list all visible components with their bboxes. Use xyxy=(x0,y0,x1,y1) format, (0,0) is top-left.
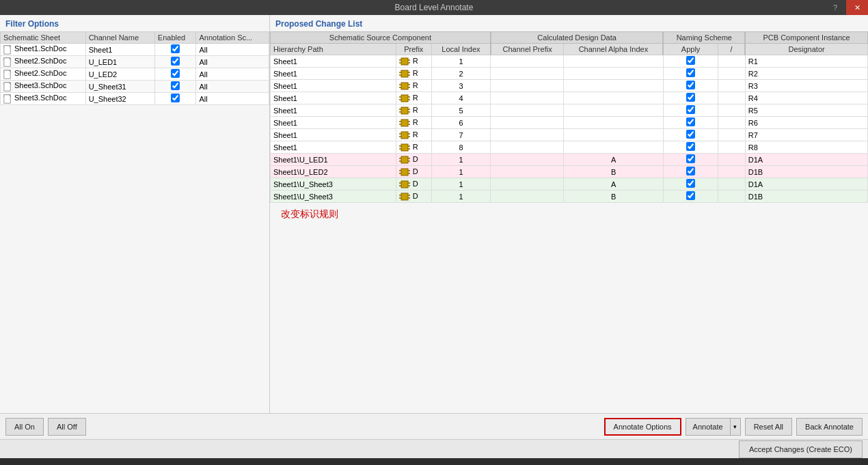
close-button[interactable]: ✕ xyxy=(846,0,868,15)
help-button[interactable]: ? xyxy=(824,0,846,15)
proposed-table-row: Sheet1 R 1 R1 xyxy=(271,55,868,68)
filter-table-row: Sheet2.SchDoc U_LED1 All xyxy=(1,56,269,68)
proposed-apply[interactable] xyxy=(663,92,718,104)
th-schematic-source: Schematic Source Component xyxy=(271,32,491,44)
filter-enabled[interactable] xyxy=(154,56,196,68)
title-bar-controls: ? ✕ xyxy=(824,0,868,15)
proposed-table-row: Sheet1 R 2 R2 xyxy=(271,68,868,80)
proposed-hierarchy: Sheet1\U_LED2 xyxy=(271,166,396,178)
proposed-hierarchy: Sheet1 xyxy=(271,80,396,92)
th-local-index: Local Index xyxy=(432,44,491,55)
svg-rect-15 xyxy=(401,58,408,65)
proposed-hierarchy: Sheet1\U_LED1 xyxy=(271,154,396,166)
proposed-table-row: Sheet1\U_Sheet3 D 1 B D1B xyxy=(271,191,868,203)
proposed-slash xyxy=(718,154,745,166)
proposed-channel-alpha xyxy=(564,92,664,104)
proposed-table-row: Sheet1\U_LED1 D 1 A D1A xyxy=(271,154,868,166)
proposed-channel-alpha: B xyxy=(564,166,664,178)
proposed-prefix: D xyxy=(396,191,431,203)
svg-rect-65 xyxy=(401,181,408,188)
filter-enabled[interactable] xyxy=(154,68,196,81)
proposed-table-row: Sheet1\U_Sheet3 D 1 A D1A xyxy=(271,178,868,191)
proposed-channel-prefix xyxy=(491,55,564,68)
proposed-table-row: Sheet1 R 4 R4 xyxy=(271,92,868,104)
proposed-slash xyxy=(718,104,745,117)
proposed-apply[interactable] xyxy=(663,80,718,92)
svg-marker-5 xyxy=(4,58,10,66)
accept-changes-button[interactable]: Accept Changes (Create ECO) xyxy=(739,440,863,458)
annotate-split-button: Annotate ▾ xyxy=(686,418,741,436)
proposed-apply[interactable] xyxy=(663,178,718,191)
annotate-options-button[interactable]: Annotate Options xyxy=(604,418,681,436)
proposed-table-container[interactable]: Schematic Source Component Calculated De… xyxy=(270,31,868,413)
proposed-local-index: 1 xyxy=(432,178,491,191)
proposed-slash xyxy=(718,80,745,92)
proposed-channel-alpha xyxy=(564,117,664,129)
filter-enabled[interactable] xyxy=(154,93,196,105)
change-notation: 改变标识规则 xyxy=(270,203,868,226)
right-panel: Proposed Change List Schematic Source Co… xyxy=(270,15,868,413)
annotate-dropdown-arrow[interactable]: ▾ xyxy=(730,418,741,436)
proposed-prefix: R xyxy=(396,55,431,68)
proposed-designator: R8 xyxy=(745,141,867,154)
proposed-prefix: D xyxy=(396,178,431,191)
proposed-local-index: 6 xyxy=(432,117,491,129)
proposed-hierarchy: Sheet1 xyxy=(271,92,396,104)
filter-annotation: All xyxy=(196,93,269,105)
proposed-slash xyxy=(718,178,745,191)
th-designator: Designator xyxy=(745,44,867,55)
th-slash: / xyxy=(718,44,745,55)
proposed-hierarchy: Sheet1 xyxy=(271,129,396,141)
th-channel-alpha-index: Channel Alpha Index xyxy=(564,44,664,55)
proposed-designator: R3 xyxy=(745,80,867,92)
proposed-apply[interactable] xyxy=(663,55,718,68)
proposed-prefix: R xyxy=(396,92,431,104)
proposed-apply[interactable] xyxy=(663,68,718,80)
filter-enabled[interactable] xyxy=(154,81,196,93)
proposed-apply[interactable] xyxy=(663,129,718,141)
proposed-apply[interactable] xyxy=(663,117,718,129)
proposed-slash xyxy=(718,166,745,178)
proposed-prefix: D xyxy=(396,154,431,166)
main-content: Filter Options Schematic Sheet Channel N… xyxy=(0,15,868,439)
proposed-apply[interactable] xyxy=(663,191,718,203)
filter-sheet: Sheet2.SchDoc xyxy=(1,56,86,68)
proposed-designator: R7 xyxy=(745,129,867,141)
proposed-table-row: Sheet1 R 3 R3 xyxy=(271,80,868,92)
filter-options-title: Filter Options xyxy=(0,15,269,31)
proposed-apply[interactable] xyxy=(663,104,718,117)
annotate-button[interactable]: Annotate xyxy=(686,418,730,436)
proposed-hierarchy: Sheet1 xyxy=(271,104,396,117)
filter-sheet: Sheet2.SchDoc xyxy=(1,68,86,81)
proposed-local-index: 1 xyxy=(432,166,491,178)
col-enabled: Enabled xyxy=(154,32,196,44)
proposed-channel-alpha xyxy=(564,80,664,92)
proposed-channel-alpha xyxy=(564,68,664,80)
proposed-prefix: R xyxy=(396,104,431,117)
back-annotate-button[interactable]: Back Annotate xyxy=(796,418,863,436)
proposed-local-index: 3 xyxy=(432,80,491,92)
col-schematic-sheet: Schematic Sheet xyxy=(1,32,86,44)
proposed-prefix: R xyxy=(396,80,431,92)
proposed-apply[interactable] xyxy=(663,154,718,166)
filter-channel: U_Sheet32 xyxy=(85,93,154,105)
all-off-button[interactable]: All Off xyxy=(48,418,86,436)
proposed-designator: D1B xyxy=(745,166,867,178)
proposed-prefix: D xyxy=(396,166,431,178)
reset-all-button[interactable]: Reset All xyxy=(745,418,792,436)
svg-rect-20 xyxy=(401,70,408,77)
proposed-slash xyxy=(718,117,745,129)
col-channel-name: Channel Name xyxy=(85,32,154,44)
svg-marker-8 xyxy=(4,70,10,79)
proposed-hierarchy: Sheet1 xyxy=(271,141,396,154)
proposed-slash xyxy=(718,191,745,203)
proposed-designator: D1A xyxy=(745,178,867,191)
all-on-button[interactable]: All On xyxy=(5,418,44,436)
proposed-channel-alpha: A xyxy=(564,154,664,166)
filter-enabled[interactable] xyxy=(154,44,196,56)
svg-rect-50 xyxy=(401,144,408,151)
proposed-slash xyxy=(718,141,745,154)
proposed-apply[interactable] xyxy=(663,141,718,154)
proposed-apply[interactable] xyxy=(663,166,718,178)
proposed-channel-prefix xyxy=(491,80,564,92)
